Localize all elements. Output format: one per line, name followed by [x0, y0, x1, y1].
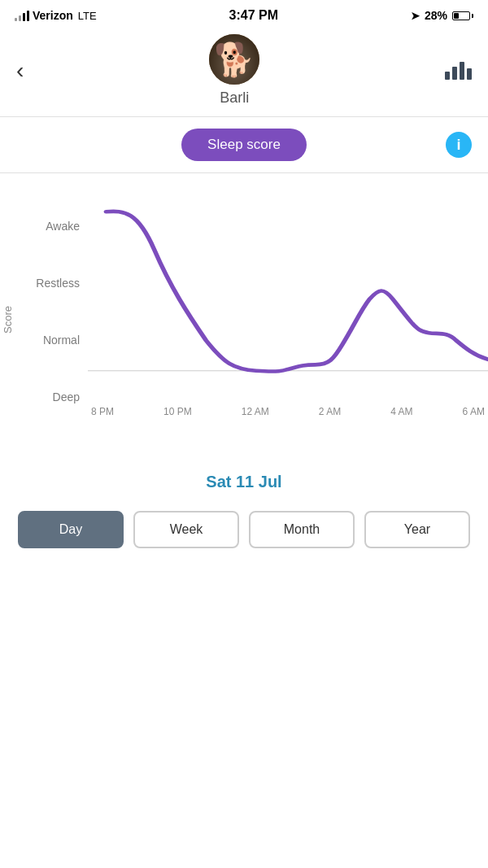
sleep-score-button[interactable]: Sleep score	[181, 129, 307, 161]
back-button[interactable]: ‹	[16, 59, 24, 82]
signal-icon	[15, 11, 29, 21]
status-right: ➤ 28%	[411, 9, 473, 22]
tab-month[interactable]: Month	[249, 511, 355, 548]
y-label-deep: Deep	[23, 390, 80, 403]
sleep-score-bar: Sleep score i	[0, 117, 488, 172]
time-label: 3:47 PM	[229, 8, 278, 23]
tab-week[interactable]: Week	[133, 511, 239, 548]
header: ‹ Barli	[0, 28, 488, 116]
y-label-awake: Awake	[23, 220, 80, 233]
network-type: LTE	[78, 10, 97, 22]
y-axis-label: Score	[0, 181, 23, 458]
x-label-6am: 6 AM	[463, 406, 485, 417]
tab-year[interactable]: Year	[364, 511, 470, 548]
sleep-chart	[88, 181, 488, 401]
x-label-8pm: 8 PM	[91, 406, 114, 417]
status-bar: Verizon LTE 3:47 PM ➤ 28%	[0, 0, 488, 28]
x-label-4am: 4 AM	[390, 406, 412, 417]
battery-percent: 28%	[425, 9, 447, 22]
date-label: Sat 11 Jul	[0, 458, 488, 511]
location-icon: ➤	[411, 10, 420, 22]
pet-profile: Barli	[209, 34, 259, 107]
avatar-image	[209, 34, 259, 85]
x-label-10pm: 10 PM	[163, 406, 192, 417]
tab-bar: Day Week Month Year	[0, 511, 488, 571]
y-axis-labels: Awake Restless Normal Deep	[23, 181, 88, 458]
y-label-normal: Normal	[23, 334, 80, 347]
x-label-2am: 2 AM	[319, 406, 341, 417]
info-button[interactable]: i	[446, 132, 472, 158]
x-label-12am: 12 AM	[242, 406, 269, 417]
chart-svg-container: 8 PM 10 PM 12 AM 2 AM 4 AM 6 AM	[88, 181, 488, 458]
chart-wrapper: Score Awake Restless Normal Deep 8 PM 10…	[0, 181, 488, 458]
stats-icon[interactable]	[445, 62, 472, 80]
pet-name: Barli	[220, 89, 249, 107]
battery-icon	[452, 11, 473, 20]
avatar	[209, 34, 259, 85]
status-left: Verizon LTE	[15, 9, 97, 22]
carrier-label: Verizon	[33, 9, 73, 22]
y-label-restless: Restless	[23, 277, 80, 290]
tab-day[interactable]: Day	[18, 511, 124, 548]
x-axis: 8 PM 10 PM 12 AM 2 AM 4 AM 6 AM	[88, 406, 488, 417]
chart-area: Score Awake Restless Normal Deep 8 PM 10…	[0, 173, 488, 458]
